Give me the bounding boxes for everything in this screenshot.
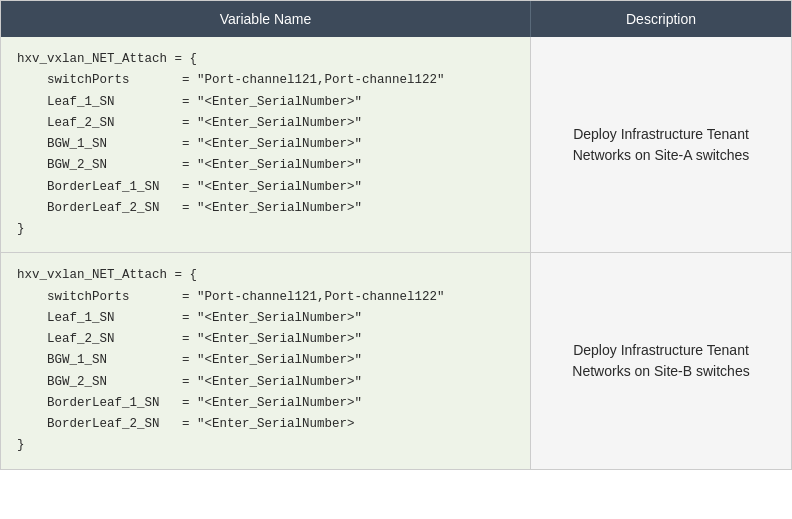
main-table: Variable Name Description hxv_vxlan_NET_… <box>0 0 792 470</box>
table-body: hxv_vxlan_NET_Attach = { switchPorts = "… <box>1 37 791 469</box>
variable-cell-0: hxv_vxlan_NET_Attach = { switchPorts = "… <box>1 37 531 252</box>
table-row: hxv_vxlan_NET_Attach = { switchPorts = "… <box>1 253 791 468</box>
table-row: hxv_vxlan_NET_Attach = { switchPorts = "… <box>1 37 791 253</box>
variable-cell-1: hxv_vxlan_NET_Attach = { switchPorts = "… <box>1 253 531 468</box>
header-variable-name: Variable Name <box>1 1 531 37</box>
description-cell-0: Deploy Infrastructure Tenant Networks on… <box>531 37 791 252</box>
header-description: Description <box>531 1 791 37</box>
description-cell-1: Deploy Infrastructure Tenant Networks on… <box>531 253 791 468</box>
table-header: Variable Name Description <box>1 1 791 37</box>
